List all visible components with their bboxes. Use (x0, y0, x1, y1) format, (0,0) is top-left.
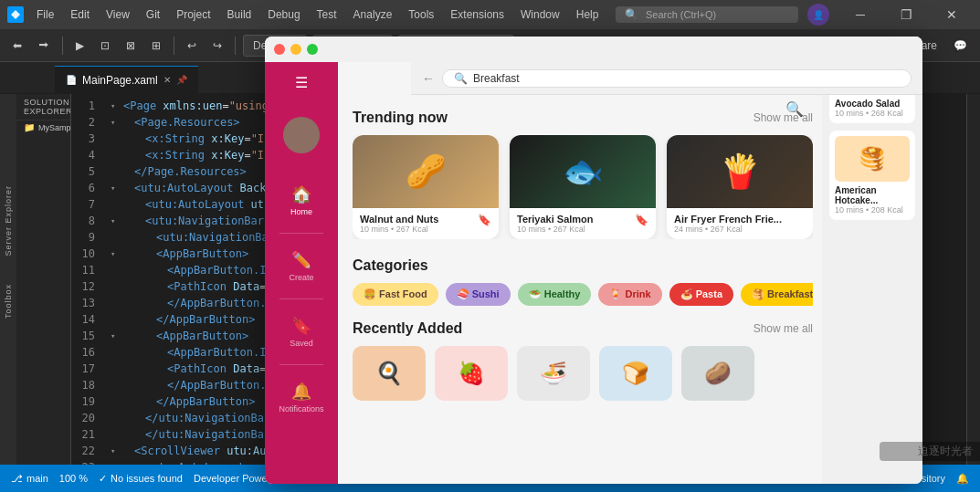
menu-test[interactable]: Test (310, 6, 344, 23)
toolbox-label2: Toolbox (4, 284, 13, 319)
forward-btn[interactable]: ⮕ (33, 37, 55, 54)
watermark: 迫逐时光者 (880, 442, 980, 461)
preview-avocado-meta: 10 mins • 268 Kcal (835, 109, 910, 118)
recent-item-3[interactable]: 🍞 (599, 346, 672, 401)
salmon-bookmark[interactable]: 🔖 (635, 214, 648, 226)
salmon-img: 🐟 (510, 135, 656, 208)
menu-tools[interactable]: Tools (401, 6, 441, 23)
solution-explorer: Solution Explorer 📁 MySampleApp.Windows (16, 94, 71, 465)
menu-debug[interactable]: Debug (260, 6, 307, 23)
menu-file[interactable]: File (29, 6, 61, 23)
preview-hotcake[interactable]: 🥞 American Hotcake... 10 mins • 208 Kcal (829, 131, 915, 220)
recent-item-4[interactable]: 🥔 (681, 346, 754, 401)
addr-search-icon: 🔍 (454, 72, 468, 85)
trending-header: Trending now Show me all (353, 110, 813, 126)
menu-edit[interactable]: Edit (63, 6, 97, 23)
menu-extensions[interactable]: Extensions (443, 6, 511, 23)
feedback-btn[interactable]: 💬 (948, 37, 973, 54)
saved-label: Saved (290, 339, 313, 348)
undo-btn[interactable]: ↩ (182, 37, 202, 54)
line-numbers: 12345 678910 1112131415 1617181920 21222… (71, 94, 99, 465)
app-search-icon[interactable]: 🔍 (785, 100, 804, 118)
back-nav-btn[interactable]: ← (422, 71, 435, 86)
title-search-bar[interactable]: 🔍 Search (Ctrl+Q) (616, 6, 798, 23)
menu-build[interactable]: Build (220, 6, 259, 23)
walnut-bookmark[interactable]: 🔖 (478, 214, 491, 226)
preview-hotcake-meta: 10 mins • 208 Kcal (835, 205, 910, 215)
no-issues[interactable]: ✓ No issues found (99, 473, 183, 485)
airfryer-meta: 24 mins • 267 Kcal (674, 225, 782, 234)
recently-row: 🍳 🍓 🍜 🍞 🥔 (353, 346, 813, 401)
menu-view[interactable]: View (99, 6, 137, 23)
nav-notifications[interactable]: 🔔 Notifications (265, 372, 338, 423)
toolbar-icon2[interactable]: ⊠ (121, 37, 141, 54)
cat-fastfood[interactable]: 🍔 Fast Food (353, 283, 438, 306)
project-item[interactable]: 📁 MySampleApp.Windows (16, 120, 70, 134)
nav-saved[interactable]: 🔖 Saved (265, 307, 338, 357)
app-overlay-window: ☰ 🏠 Home ✏️ Create 🔖 Saved 🔔 Notificatio… (265, 37, 922, 484)
categories-section: Categories 🍔 Fast Food 🍣 Sushi 🥗 Healthy… (353, 257, 813, 306)
tab-close-btn[interactable]: ✕ (163, 75, 171, 85)
recently-title: Recently Added (353, 320, 462, 337)
close-button[interactable]: ✕ (931, 0, 973, 29)
recent-img-0: 🍳 (353, 346, 426, 401)
app-user-avatar[interactable] (283, 117, 320, 153)
recent-item-2[interactable]: 🍜 (517, 346, 590, 401)
project-icon: 📁 (24, 122, 35, 132)
cat-breakfast[interactable]: 🥞 Breakfasts (741, 283, 813, 306)
cat-drink[interactable]: 🍹 Drink (598, 283, 661, 306)
create-label: Create (289, 273, 313, 282)
address-bar[interactable]: 🔍 Breakfast (442, 69, 912, 88)
food-card-airfryer[interactable]: 🍟 Air Fryer French Frie... 24 mins • 267… (667, 135, 813, 239)
cat-sushi[interactable]: 🍣 Sushi (446, 283, 511, 306)
user-avatar[interactable]: 👤 (807, 4, 829, 26)
start-btn[interactable]: ▶ (70, 37, 90, 54)
maximize-dot[interactable] (307, 44, 318, 55)
redo-btn[interactable]: ↪ (207, 37, 227, 54)
menu-window[interactable]: Window (513, 6, 567, 23)
recent-img-3: 🍞 (599, 346, 672, 401)
nav-create[interactable]: ✏️ Create (265, 241, 338, 291)
home-label: Home (290, 207, 312, 216)
recent-item-1[interactable]: 🍓 (435, 346, 508, 401)
minimize-dot[interactable] (290, 44, 301, 55)
cat-healthy[interactable]: 🥗 Healthy (518, 283, 592, 306)
window-controls: ─ ❐ ✕ (839, 0, 973, 29)
tab-mainpage[interactable]: 📄 MainPage.xaml ✕ 📌 (55, 66, 198, 93)
create-icon: ✏️ (291, 250, 311, 270)
toolbar-icon1[interactable]: ⊡ (95, 37, 115, 54)
menu-project[interactable]: Project (169, 6, 217, 23)
tab-pin[interactable]: 📌 (176, 75, 187, 85)
cat-fastfood-label: 🍔 Fast Food (364, 288, 427, 300)
check-icon: ✓ (99, 473, 107, 485)
toolbar-icon3[interactable]: ⊞ (146, 37, 166, 54)
show-all-trending[interactable]: Show me all (753, 111, 813, 124)
recently-header: Recently Added Show me all (353, 320, 813, 337)
restore-button[interactable]: ❐ (885, 0, 927, 29)
cat-pasta[interactable]: 🍝 Pasta (669, 283, 733, 306)
close-dot[interactable] (274, 44, 285, 55)
recent-item-0[interactable]: 🍳 (353, 346, 426, 401)
menu-help[interactable]: Help (569, 6, 606, 23)
menu-git[interactable]: Git (139, 6, 167, 23)
menu-analyze[interactable]: Analyze (346, 6, 400, 23)
recent-img-1: 🍓 (435, 346, 508, 401)
walnut-img: 🥜 (353, 135, 499, 208)
search-icon: 🔍 (625, 8, 638, 21)
show-all-recent[interactable]: Show me all (753, 322, 813, 335)
food-card-salmon[interactable]: 🐟 Teriyaki Salmon 10 mins • 267 Kcal 🔖 (510, 135, 656, 239)
back-btn[interactable]: ⬅ (7, 37, 27, 54)
explorer-header: Solution Explorer (16, 94, 70, 120)
saved-icon: 🔖 (291, 316, 311, 336)
preview-hotcake-img: 🥞 (835, 136, 910, 182)
food-card-walnut[interactable]: 🥜 Walnut and Nuts 10 mins • 267 Kcal 🔖 (353, 135, 499, 239)
nav-home[interactable]: 🏠 Home (265, 175, 338, 225)
notif-label: Notifications (279, 404, 323, 413)
hamburger-btn[interactable]: ☰ (265, 69, 338, 95)
cat-healthy-label: 🥗 Healthy (529, 288, 581, 300)
categories-title: Categories (353, 257, 428, 274)
notifications-btn[interactable]: 🔔 (956, 473, 969, 485)
minimize-button[interactable]: ─ (839, 0, 881, 29)
cat-breakfast-label: 🥞 Breakfasts (752, 288, 813, 300)
issues-text: No issues found (111, 473, 183, 484)
